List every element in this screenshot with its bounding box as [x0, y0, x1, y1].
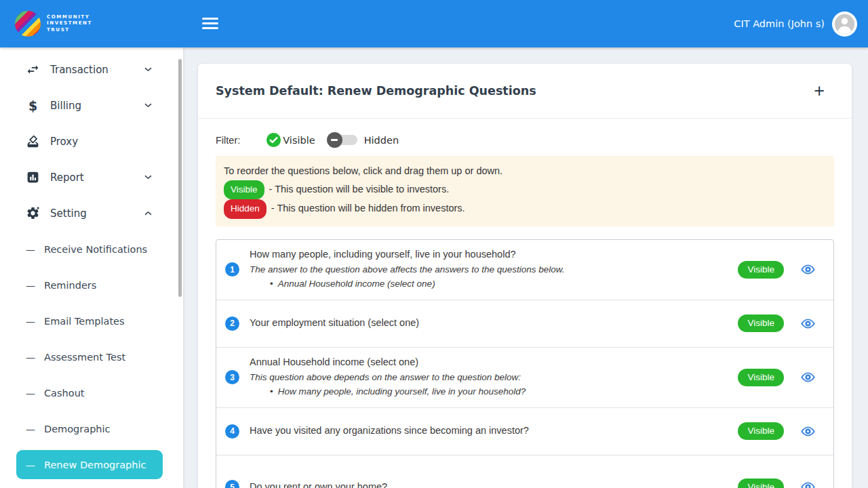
sidebar-item-label: Report — [50, 171, 143, 184]
sidebar-item-transaction[interactable]: Transaction — [0, 52, 183, 87]
sidebar-item-reminders[interactable]: —Reminders — [0, 267, 183, 303]
question-title: Annual Household income (select one) — [250, 355, 738, 370]
visibility-status-button[interactable]: Visible — [738, 422, 784, 440]
dash-icon: — — [26, 316, 35, 327]
hidden-badge: Hidden — [224, 199, 267, 219]
eye-icon[interactable] — [800, 316, 816, 331]
question-note: This question above depends on the answe… — [250, 370, 738, 385]
sidebar-subitem-label: Receive Notifications — [44, 244, 147, 255]
sidebar-subitem-label: Reminders — [44, 280, 96, 291]
question-number-badge: 2 — [225, 317, 239, 331]
visibility-status-button[interactable]: Visible — [738, 369, 784, 386]
sidebar-item-label: Transaction — [50, 64, 143, 76]
sidebar-navigation: Transaction$BillingProxyReportSetting —R… — [0, 47, 183, 488]
logo-line: COMMUNITY — [47, 14, 92, 21]
sidebar-subitem-label: Demographic — [44, 424, 111, 434]
sidebar-item-billing[interactable]: $Billing — [0, 87, 183, 123]
question-row[interactable]: 2Your employment situation (select one)V… — [216, 300, 833, 348]
question-row[interactable]: 4Have you visited any organizations sinc… — [216, 408, 833, 455]
questions-card: System Default: Renew Demographic Questi… — [198, 64, 852, 488]
logo-text: COMMUNITY INVESTMENT TRUST — [47, 14, 92, 34]
chevron-down-icon — [143, 64, 153, 75]
card-header: System Default: Renew Demographic Questi… — [198, 64, 852, 119]
reorder-instruction: To reorder the questions below, click an… — [224, 163, 826, 180]
reorder-info-box: To reorder the questions below, click an… — [216, 156, 834, 226]
gear-icon — [26, 206, 40, 220]
visible-legend-line: Visible- This question will be visible t… — [224, 180, 826, 200]
question-text: Annual Household income (select one)This… — [250, 348, 738, 407]
sidebar-item-email-templates[interactable]: —Email Templates — [0, 303, 183, 339]
sidebar-item-label: Setting — [50, 207, 143, 220]
eye-icon[interactable] — [800, 262, 816, 277]
bar-chart-icon — [26, 170, 40, 184]
question-title: Have you visited any organizations since… — [250, 424, 738, 439]
sidebar-subitem-label: Cashout — [44, 388, 85, 399]
dash-icon: — — [26, 460, 35, 470]
sidebar-subitem-label: Renew Demographic — [44, 460, 146, 470]
question-controls: Visible — [738, 314, 816, 332]
question-controls: Visible — [738, 422, 816, 440]
logo-line: INVESTMENT — [47, 20, 92, 27]
check-circle-icon[interactable] — [266, 132, 281, 148]
chevron-up-icon — [143, 208, 153, 218]
person-icon — [833, 13, 856, 35]
sidebar-item-report[interactable]: Report — [0, 159, 183, 195]
sidebar-item-cashout[interactable]: —Cashout — [0, 375, 183, 411]
sidebar-item-demographic[interactable]: —Demographic — [0, 411, 183, 447]
avatar[interactable] — [832, 12, 857, 37]
dash-icon: — — [26, 244, 35, 255]
question-dependency: •How many people, including yourself, li… — [250, 384, 738, 399]
toggle-off-icon[interactable] — [330, 135, 357, 145]
question-controls: Visible — [738, 479, 816, 488]
filter-hidden-label[interactable]: Hidden — [364, 135, 399, 146]
question-text: Your employment situation (select one) — [250, 308, 738, 338]
swap-icon — [26, 62, 40, 77]
dash-icon: — — [26, 352, 35, 363]
visibility-status-button[interactable]: Visible — [738, 314, 784, 332]
question-number-badge: 1 — [225, 262, 239, 277]
sidebar-item-label: Billing — [50, 100, 143, 112]
cit-logo-icon — [15, 11, 41, 37]
question-number-badge: 4 — [225, 424, 239, 439]
top-navigation-bar: COMMUNITY INVESTMENT TRUST CIT Admin (Jo… — [0, 0, 868, 47]
question-text: How many people, including yourself, liv… — [250, 240, 738, 299]
question-text: Do you rent or own your home? — [250, 472, 738, 488]
sidebar-item-proxy[interactable]: Proxy — [0, 123, 183, 159]
sidebar-item-renew-demographic[interactable]: —Renew Demographic — [16, 450, 163, 479]
ballot-icon — [26, 134, 40, 148]
visibility-status-button[interactable]: Visible — [738, 261, 784, 279]
sidebar-item-assessment-test[interactable]: —Assessment Test — [0, 339, 183, 375]
dash-icon: — — [26, 280, 35, 291]
sidebar-item-receive-notifications[interactable]: —Receive Notifications — [0, 231, 183, 267]
plus-icon[interactable]: + — [814, 82, 825, 100]
logo-line: TRUST — [47, 27, 92, 34]
eye-icon[interactable] — [800, 424, 816, 439]
hidden-legend-line: Hidden- This question will be hidden fro… — [224, 199, 826, 219]
question-number-badge: 3 — [225, 370, 239, 384]
filter-label: Filter: — [216, 135, 240, 146]
question-title: Your employment situation (select one) — [250, 316, 738, 331]
eye-icon[interactable] — [800, 479, 816, 488]
chevron-down-icon — [143, 172, 153, 182]
user-menu[interactable]: CIT Admin (John s) — [734, 0, 857, 47]
brand-logo[interactable]: COMMUNITY INVESTMENT TRUST — [15, 11, 92, 37]
sidebar-item-label: Proxy — [50, 136, 153, 148]
dollar-icon: $ — [26, 98, 40, 113]
filter-visible-label[interactable]: Visible — [283, 135, 315, 146]
hamburger-menu-icon[interactable] — [202, 18, 218, 29]
question-title: How many people, including yourself, liv… — [250, 247, 738, 262]
question-controls: Visible — [738, 369, 816, 386]
visibility-status-button[interactable]: Visible — [738, 479, 784, 488]
hidden-legend-text: - This question will be hidden from inve… — [271, 203, 465, 214]
eye-icon[interactable] — [800, 369, 816, 385]
main-content: System Default: Renew Demographic Questi… — [183, 47, 868, 488]
page-title: System Default: Renew Demographic Questi… — [216, 84, 814, 98]
question-row[interactable]: 5Do you rent or own your home?Visible — [216, 455, 833, 488]
sidebar-item-setting[interactable]: Setting — [0, 195, 183, 231]
chevron-down-icon — [143, 100, 153, 110]
sidebar-scrollbar[interactable] — [178, 59, 182, 297]
question-row[interactable]: 1How many people, including yourself, li… — [216, 240, 833, 300]
visible-legend-text: - This question will be visible to inves… — [269, 184, 450, 195]
question-row[interactable]: 3Annual Household income (select one)Thi… — [216, 348, 833, 408]
question-text: Have you visited any organizations since… — [250, 416, 738, 446]
